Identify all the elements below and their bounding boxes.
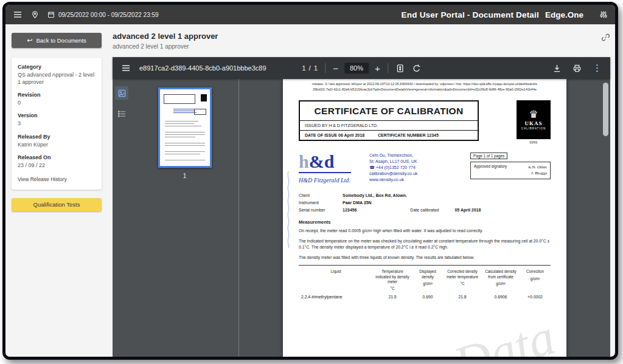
- address-line: Cefn Du, Tremeirchion,: [369, 153, 467, 159]
- field-released-by: Released By Katrin Küper: [18, 134, 96, 148]
- thumb-line: [173, 112, 197, 113]
- thumb-line: [165, 154, 200, 154]
- thumb-line: [165, 126, 201, 126]
- thumb-titlebox: [164, 94, 195, 104]
- approval-block: Page 1 of 1 pages Approved signatory A.N…: [470, 153, 551, 184]
- hd-logo-h: h: [299, 151, 309, 171]
- client-label: Client: [299, 193, 343, 197]
- copy-link-icon[interactable]: [601, 33, 610, 44]
- measurements-section: Measurements On receipt, the meter read …: [283, 219, 566, 261]
- measurements-paragraph: The density meter was filled with three …: [299, 255, 551, 261]
- serial-row: Serial number 123456 Date calibrated 05 …: [299, 208, 551, 212]
- column-header: Calculated density from certificate g/cm…: [481, 268, 520, 291]
- instrument-row: Instrument Paar DMA 35N: [299, 201, 551, 205]
- field-value: Katrin Küper: [18, 141, 96, 148]
- thumb-line: [173, 111, 195, 111]
- field-value: 0: [18, 99, 96, 106]
- approved-signatory-box: Approved signatory A.N. Other J. Bloggs: [470, 162, 551, 179]
- document-title-block: advanced 2 level 1 approver advanced 2 l…: [113, 32, 218, 50]
- pdf-page: release: 3 / last approved: kKüper at 20…: [283, 79, 566, 357]
- qualification-tests-button[interactable]: Qualification Tests: [12, 198, 102, 211]
- filters-icon[interactable]: [599, 10, 608, 19]
- client-details: Client Somebody Ltd., Box Rd, Atown. Ins…: [283, 193, 566, 212]
- print-icon[interactable]: [573, 64, 582, 73]
- thumb-line: [165, 123, 194, 124]
- thumb-line: [165, 134, 205, 135]
- fit-to-page-icon[interactable]: [395, 64, 405, 73]
- meta-line-1: release: 3 / last approved: kKüper at 20…: [312, 82, 537, 86]
- ukas-number: 0291: [529, 140, 537, 144]
- brand-logo: Edge.One: [545, 10, 583, 19]
- page-current[interactable]: 1: [302, 64, 305, 72]
- more-options-icon[interactable]: ⋮: [593, 63, 602, 74]
- results-table: Liquid Temperature indicated by density …: [299, 265, 551, 299]
- back-to-documents-button[interactable]: ↩ Back to Documents: [12, 33, 102, 48]
- column-unit: g/cm³: [413, 281, 442, 286]
- certificate-identity-row: h&d H&D Fitzgerald Ltd. Cefn Du, Tremeir…: [283, 153, 566, 184]
- toolbar-divider: [388, 63, 388, 73]
- field-label: Released On: [18, 154, 96, 160]
- viewer-side-rail: [113, 79, 131, 357]
- pdf-toolbar: e8917ca2-d389-4405-8cb0-a901bbbe3c89 1 /…: [113, 57, 610, 79]
- thumb-line: [165, 143, 205, 143]
- outline-view-icon[interactable]: [115, 107, 128, 120]
- meta-line-2: 29bd1f1-7a1f-42c1-82a6-b521Sbcac3cb?qdmD…: [313, 88, 537, 91]
- column-unit: °C: [374, 286, 411, 291]
- field-released-on: Released On 23 / 09 / 22: [18, 154, 96, 169]
- thumb-line: [165, 121, 198, 122]
- location-pin-icon[interactable]: [31, 10, 39, 19]
- date-of-issue: DATE OF ISSUE 06 April 2018: [305, 133, 364, 137]
- back-button-label: Back to Documents: [36, 37, 86, 44]
- app-body: ↩ Back to Documents Category QS advanced…: [5, 24, 615, 357]
- field-value: 3: [18, 120, 96, 127]
- certificate-number: CERTIFICATE NUMBER 12345: [378, 133, 439, 137]
- column-header: Liquid: [299, 268, 373, 291]
- thumb-line: [165, 145, 205, 146]
- view-release-history-link[interactable]: View Release History: [18, 176, 96, 182]
- zoom-in-button[interactable]: +: [375, 64, 380, 73]
- pdf-viewer: e8917ca2-d389-4405-8cb0-a901bbbe3c89 1 /…: [113, 57, 610, 357]
- viewer-menu-icon[interactable]: [121, 63, 131, 73]
- column-unit: g/cm³: [482, 281, 519, 286]
- hd-logo-underline: [299, 172, 351, 173]
- field-value: QS advanced Approval - 2 level 1 approve…: [18, 71, 96, 86]
- page-thumbnail[interactable]: [158, 88, 212, 168]
- certificate-title-box: CERTIFICATE OF CALIBRATION ISSUED BY H &…: [299, 100, 479, 141]
- hd-logo-d: d: [324, 151, 335, 171]
- zoom-out-button[interactable]: −: [333, 64, 338, 73]
- thumbnails-view-icon[interactable]: [115, 86, 128, 100]
- thumb-line: [165, 132, 205, 132]
- sidebar: ↩ Back to Documents Category QS advanced…: [5, 24, 102, 357]
- thumb-line: [165, 160, 205, 160]
- rotate-icon[interactable]: [412, 64, 421, 73]
- topbar: 09/25/2022 00:00 - 09/25/2022 23:59 End …: [5, 5, 615, 24]
- document-title: advanced 2 level 1 approver: [113, 32, 218, 41]
- hd-logo: h&d: [299, 153, 367, 171]
- signatory-2: J. Bloggs: [531, 171, 547, 176]
- page-title: End User Portal - Document Detail: [402, 10, 539, 19]
- field-version: Version 3: [18, 112, 96, 127]
- download-icon[interactable]: [552, 64, 562, 73]
- field-revision: Revision 0: [18, 92, 96, 106]
- viewer-scrollbar[interactable]: [603, 83, 608, 136]
- client-value: Somebody Ltd., Box Rd, Atown.: [343, 193, 407, 197]
- table-cell: +0.0002: [520, 295, 550, 299]
- ukas-logo: ♛ UKAS CALIBRATION 0291: [517, 100, 551, 144]
- ukas-label: UKAS: [524, 120, 542, 126]
- app-window: 09/25/2022 00:00 - 09/25/2022 23:59 End …: [2, 2, 618, 360]
- page-area: release: 3 / last approved: kKüper at 20…: [239, 79, 610, 357]
- column-unit: °C: [445, 281, 480, 286]
- ukas-logo-box: ♛ UKAS CALIBRATION: [517, 100, 551, 139]
- thumb-ukas: [201, 94, 207, 101]
- zoom-level[interactable]: 80%: [344, 63, 369, 74]
- issued-by-line: ISSUED BY H & D FITZGERALD LTD.: [300, 120, 478, 130]
- hd-logo-block: h&d H&D Fitzgerald Ltd.: [299, 153, 367, 184]
- hd-company-name: H&D Fitzgerald Ltd.: [299, 177, 367, 184]
- measurements-paragraph: On receipt, the meter read 0.0005 g/cm³ …: [299, 228, 551, 234]
- column-header: Corrected density meter temperature °C: [444, 268, 481, 291]
- menu-icon[interactable]: [13, 10, 23, 19]
- document-subtitle: advanced 2 level 1 approver: [113, 43, 218, 50]
- page-indicator[interactable]: 1 / 1: [302, 64, 318, 72]
- date-range-picker[interactable]: 09/25/2022 00:00 - 09/25/2022 23:59: [47, 11, 159, 18]
- hd-logo-amp: &: [309, 151, 324, 171]
